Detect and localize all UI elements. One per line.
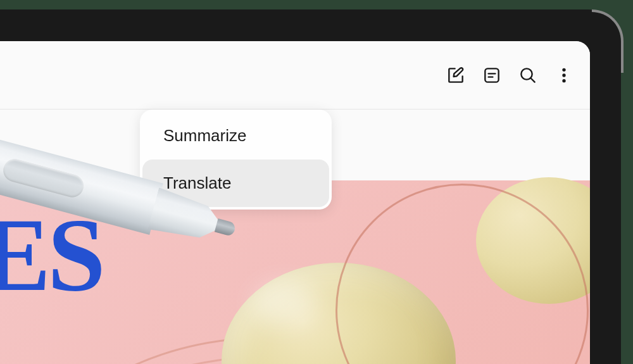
svg-point-5 — [562, 68, 565, 71]
menu-item-summarize[interactable]: Summarize — [142, 112, 329, 160]
reader-button[interactable] — [480, 64, 503, 87]
more-vertical-icon — [554, 65, 574, 85]
more-button[interactable] — [553, 64, 575, 87]
search-icon — [518, 65, 538, 85]
svg-line-4 — [530, 78, 534, 82]
app-toolbar — [0, 41, 590, 110]
svg-point-7 — [562, 79, 565, 82]
edit-icon — [446, 65, 466, 85]
reader-icon — [482, 65, 502, 85]
svg-rect-0 — [485, 68, 498, 82]
stylus-tip-point — [215, 218, 237, 237]
svg-point-6 — [562, 73, 565, 77]
edit-button[interactable] — [444, 64, 467, 87]
search-button[interactable] — [517, 64, 539, 87]
